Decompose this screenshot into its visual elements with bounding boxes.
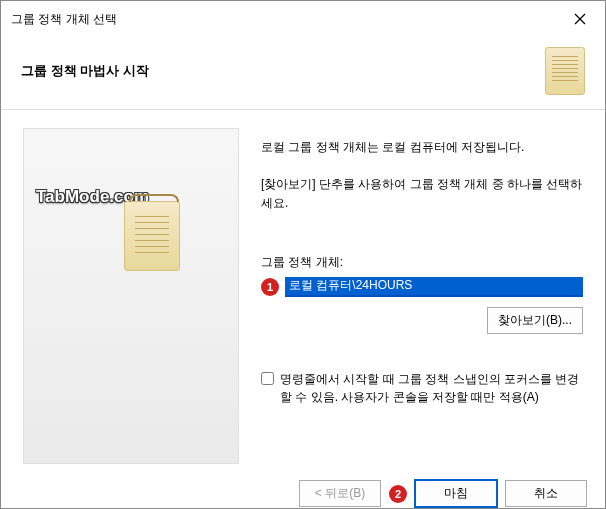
description-text-2: [찾아보기] 단추를 사용하여 그룹 정책 개체 중 하나를 선택하세요. (261, 175, 583, 213)
titlebar: 그룹 정책 개체 선택 (1, 1, 605, 37)
focus-checkbox-label: 명령줄에서 시작할 때 그룹 정책 스냅인의 포커스를 변경할 수 있음. 사용… (280, 370, 583, 406)
wizard-content: TabMode.com 로컬 그룹 정책 개체는 로컬 컴퓨터에 저장됩니다. … (1, 110, 605, 470)
close-icon (574, 13, 586, 25)
wizard-footer: < 뒤로(B) 2 마침 취소 (1, 470, 605, 509)
annotation-step-2: 2 (389, 485, 407, 503)
focus-checkbox[interactable] (261, 372, 274, 385)
focus-checkbox-row: 명령줄에서 시작할 때 그룹 정책 스냅인의 포커스를 변경할 수 있음. 사용… (261, 370, 583, 406)
gpo-field-label: 그룹 정책 개체: (261, 254, 583, 271)
gpo-input-row: 1 (261, 277, 583, 297)
dialog-window: 그룹 정책 개체 선택 그룹 정책 마법사 시작 TabMode.com 로컬 … (0, 0, 606, 509)
wizard-header: 그룹 정책 마법사 시작 (1, 37, 605, 110)
browse-button[interactable]: 찾아보기(B)... (487, 307, 583, 334)
description-text-1: 로컬 그룹 정책 개체는 로컬 컴퓨터에 저장됩니다. (261, 138, 583, 157)
document-scroll-icon (545, 47, 585, 95)
wizard-sidebar: TabMode.com (23, 128, 239, 464)
window-title: 그룹 정책 개체 선택 (11, 11, 565, 28)
wizard-title: 그룹 정책 마법사 시작 (21, 62, 545, 80)
back-button[interactable]: < 뒤로(B) (299, 480, 381, 507)
finish-button[interactable]: 마침 (415, 480, 497, 507)
close-button[interactable] (565, 7, 595, 31)
browse-row: 찾아보기(B)... (261, 307, 583, 334)
wizard-main: 로컬 그룹 정책 개체는 로컬 컴퓨터에 저장됩니다. [찾아보기] 단추를 사… (239, 110, 605, 470)
cancel-button[interactable]: 취소 (505, 480, 587, 507)
gpo-input[interactable] (285, 277, 583, 297)
annotation-step-1: 1 (261, 278, 279, 296)
document-scroll-icon (124, 201, 180, 271)
